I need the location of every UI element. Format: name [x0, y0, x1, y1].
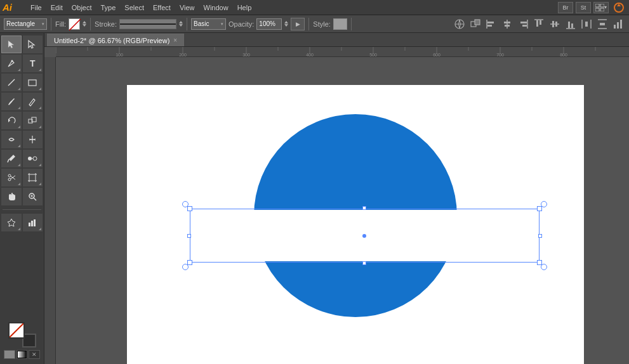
- width-tool[interactable]: [23, 131, 43, 148]
- fill-swatch[interactable]: [69, 18, 80, 30]
- svg-line-71: [10, 323, 23, 337]
- bridge-button[interactable]: Br: [558, 2, 573, 13]
- control-bar: Rectangle ▾ Fill: Stroke: Basic ▾ Opacit…: [0, 15, 629, 33]
- gradient-mode-btn[interactable]: [17, 350, 28, 359]
- svg-rect-41: [29, 80, 36, 86]
- hand-tool[interactable]: [1, 188, 22, 205]
- svg-rect-14: [504, 22, 510, 23]
- fill-arrow[interactable]: [83, 21, 86, 27]
- zoom-tool[interactable]: [23, 188, 43, 205]
- handle-top-mid[interactable]: [362, 206, 366, 210]
- menu-view[interactable]: View: [176, 3, 199, 13]
- tool-row-2: T: [1, 55, 43, 72]
- document-tab[interactable]: Untitled-2* @ 66.67% (RGB/Preview) ×: [47, 34, 184, 46]
- sync-icon[interactable]: [611, 2, 626, 13]
- rotate-handle-tr[interactable]: [541, 201, 547, 207]
- divider-4: [308, 18, 309, 30]
- menu-effect[interactable]: Effect: [149, 3, 175, 13]
- color-mode-btn[interactable]: [4, 350, 15, 359]
- menu-file[interactable]: File: [27, 3, 46, 13]
- handle-mid-left[interactable]: [187, 234, 191, 238]
- svg-line-54: [11, 176, 15, 179]
- style-swatch[interactable]: [333, 18, 347, 30]
- align-right-icon[interactable]: [516, 18, 530, 30]
- scissors-tool[interactable]: [1, 169, 22, 186]
- stroke-label: Stroke:: [95, 20, 117, 28]
- stock-button[interactable]: St: [576, 2, 591, 13]
- rotate-tool[interactable]: [1, 112, 22, 129]
- handle-top-right[interactable]: [537, 206, 542, 211]
- scale-tool[interactable]: [23, 112, 43, 129]
- opacity-value[interactable]: 100%: [256, 18, 282, 30]
- svg-line-53: [11, 176, 15, 179]
- paintbrush-tool[interactable]: [1, 93, 22, 110]
- menu-type[interactable]: Type: [97, 3, 120, 13]
- opacity-arrow[interactable]: [284, 21, 288, 27]
- distribute-h-icon[interactable]: [579, 18, 593, 30]
- direct-select-tool[interactable]: [23, 36, 43, 53]
- align-center-icon[interactable]: [500, 18, 514, 30]
- align-top-icon[interactable]: [532, 18, 546, 30]
- canvas-area[interactable]: Untitled-2* @ 66.67% (RGB/Preview) × // …: [44, 33, 629, 364]
- color-mode-row: ✕: [4, 350, 40, 359]
- svg-rect-2: [595, 8, 599, 11]
- blend-mode-dropdown[interactable]: Basic ▾: [191, 18, 226, 30]
- none-mode-btn[interactable]: ✕: [29, 350, 40, 359]
- menu-help[interactable]: Help: [234, 3, 256, 13]
- symbol-tool[interactable]: [1, 214, 22, 231]
- graph-tool[interactable]: [23, 214, 43, 231]
- globe-icon[interactable]: [453, 18, 467, 30]
- handle-top-left[interactable]: [187, 206, 192, 211]
- tool-row-3: [1, 74, 43, 91]
- stroke-weight-arrow[interactable]: [179, 21, 183, 27]
- stroke-preview[interactable]: [119, 19, 176, 29]
- foreground-color-swatch[interactable]: [8, 322, 25, 339]
- select-tool[interactable]: [1, 36, 22, 53]
- workspace-button[interactable]: ▾: [593, 2, 609, 13]
- line-tool[interactable]: [1, 74, 22, 91]
- rect-tool[interactable]: [23, 74, 43, 91]
- align-left-icon[interactable]: [484, 18, 498, 30]
- pen-tool[interactable]: [1, 55, 22, 72]
- align-middle-icon[interactable]: [548, 18, 562, 30]
- opacity-extra-btn[interactable]: ▶: [291, 18, 305, 30]
- transform-icon[interactable]: [468, 18, 482, 30]
- menu-edit[interactable]: Edit: [47, 3, 67, 13]
- svg-point-48: [28, 157, 32, 160]
- rotate-handle-tl[interactable]: [182, 201, 189, 207]
- rotate-handle-br[interactable]: [541, 264, 547, 270]
- artboard-tool[interactable]: [23, 169, 43, 186]
- align-bottom-icon[interactable]: [564, 18, 578, 30]
- bar-chart-icon[interactable]: [611, 18, 625, 30]
- tool-row-10: [1, 214, 43, 231]
- distribute-v-icon[interactable]: [595, 18, 609, 30]
- svg-line-47: [8, 159, 9, 162]
- tool-row-7: [1, 150, 43, 167]
- svg-rect-35: [617, 22, 619, 29]
- svg-rect-68: [29, 223, 30, 226]
- menu-window[interactable]: Window: [200, 3, 232, 13]
- top-right-icons: Br St ▾: [558, 2, 626, 13]
- shape-selector[interactable]: Rectangle ▾: [4, 18, 47, 30]
- handle-bottom-mid[interactable]: [362, 261, 366, 265]
- rotate-handle-bl[interactable]: [182, 264, 189, 270]
- menu-object[interactable]: Object: [68, 3, 96, 13]
- handle-mid-right[interactable]: [538, 234, 542, 238]
- divider-3: [187, 18, 187, 30]
- tab-close-button[interactable]: ×: [173, 37, 177, 44]
- menu-select[interactable]: Select: [121, 3, 148, 13]
- svg-rect-70: [34, 219, 36, 226]
- center-handle[interactable]: [362, 234, 366, 238]
- type-tool[interactable]: T: [23, 55, 43, 72]
- svg-rect-23: [552, 21, 554, 27]
- selected-rect[interactable]: [191, 210, 538, 262]
- pencil-tool[interactable]: [23, 93, 43, 110]
- color-swatch-container: [8, 322, 36, 348]
- svg-line-40: [8, 79, 15, 86]
- fill-label: Fill:: [55, 20, 66, 28]
- eyedropper-tool[interactable]: [1, 150, 22, 167]
- blend-tool[interactable]: [23, 150, 43, 167]
- warp-tool[interactable]: [1, 131, 22, 148]
- svg-rect-36: [620, 20, 622, 29]
- selected-rect-wrapper[interactable]: [191, 210, 538, 262]
